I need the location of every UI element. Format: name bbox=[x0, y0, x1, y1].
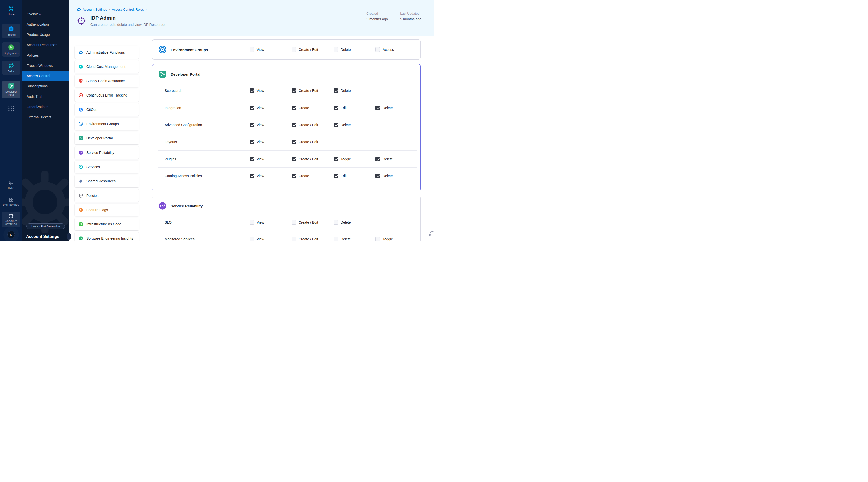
checkbox-create-edit[interactable] bbox=[291, 123, 296, 127]
checkbox-create-edit[interactable] bbox=[291, 157, 296, 161]
user-avatar[interactable]: D bbox=[7, 231, 15, 239]
checkbox-delete[interactable] bbox=[334, 237, 338, 241]
permission-plugins-create-edit[interactable]: Create / Edit bbox=[291, 157, 334, 161]
checkbox-view[interactable] bbox=[250, 237, 254, 241]
nav-account-settings[interactable]: ACCOUNT SETTINGS bbox=[2, 212, 20, 228]
permission-monitored-services-toggle[interactable]: Toggle bbox=[375, 237, 417, 241]
nav-dashboards[interactable]: DASHBOARDS bbox=[2, 195, 20, 208]
checkbox-create[interactable] bbox=[291, 106, 296, 110]
sidebar-item-audit-trail[interactable]: Audit Trail bbox=[22, 91, 69, 102]
permission-monitored-services-delete[interactable]: Delete bbox=[334, 237, 375, 241]
sidebar-item-authentication[interactable]: Authentication bbox=[22, 19, 69, 30]
checkbox-view[interactable] bbox=[250, 140, 254, 144]
resource-policies[interactable]: Policies bbox=[74, 189, 139, 202]
checkbox-toggle[interactable] bbox=[334, 157, 338, 161]
checkbox-delete[interactable] bbox=[334, 220, 338, 225]
permission-monitored-services-view[interactable]: View bbox=[250, 237, 291, 241]
checkbox-create-edit[interactable] bbox=[291, 88, 296, 93]
permission-catalog-access-policies-edit[interactable]: Edit bbox=[334, 174, 375, 178]
permission-layouts-view[interactable]: View bbox=[250, 140, 291, 144]
sidebar-item-product-usage[interactable]: Product Usage bbox=[22, 30, 69, 40]
permission-integration-delete[interactable]: Delete bbox=[375, 106, 417, 110]
permission-environment-groups-view[interactable]: View bbox=[250, 47, 291, 52]
permission-scorecards-delete[interactable]: Delete bbox=[334, 88, 375, 93]
sidebar-item-policies[interactable]: Policies bbox=[22, 50, 69, 61]
permission-advanced-configuration-create-edit[interactable]: Create / Edit bbox=[291, 123, 334, 127]
permission-plugins-toggle[interactable]: Toggle bbox=[334, 157, 375, 161]
checkbox-view[interactable] bbox=[250, 123, 254, 127]
resource-services[interactable]: Services bbox=[74, 160, 139, 173]
checkbox-delete[interactable] bbox=[334, 47, 338, 52]
nav-help[interactable]: HELP bbox=[2, 178, 20, 191]
nav-home[interactable]: Home bbox=[2, 3, 20, 18]
permission-catalog-access-policies-delete[interactable]: Delete bbox=[375, 174, 417, 178]
launch-first-generation-button[interactable]: Launch First Generation bbox=[26, 223, 65, 229]
sidebar-item-account-resources[interactable]: Account Resources bbox=[22, 40, 69, 50]
sidebar-collapse-button[interactable]: ‹ bbox=[67, 233, 71, 240]
permission-slo-view[interactable]: View bbox=[250, 220, 291, 225]
nav-modules[interactable] bbox=[2, 103, 20, 113]
resource-software-engineering-insights[interactable]: Software Engineering Insights bbox=[74, 232, 139, 241]
support-headset-icon[interactable] bbox=[429, 231, 434, 238]
permission-plugins-view[interactable]: View bbox=[250, 157, 291, 161]
nav-deployments[interactable]: Deployments bbox=[2, 42, 20, 57]
breadcrumb-account-settings[interactable]: Account Settings bbox=[83, 7, 107, 11]
nav-developer-portal[interactable]: Developer Portal bbox=[2, 81, 20, 98]
resource-gitops[interactable]: GitOps bbox=[74, 103, 139, 116]
checkbox-view[interactable] bbox=[250, 88, 254, 93]
resource-developer-portal[interactable]: Developer Portal bbox=[74, 132, 139, 145]
checkbox-create[interactable] bbox=[291, 174, 296, 178]
permission-integration-view[interactable]: View bbox=[250, 106, 291, 110]
checkbox-edit[interactable] bbox=[334, 106, 338, 110]
checkbox-delete[interactable] bbox=[375, 106, 380, 110]
checkbox-access[interactable] bbox=[375, 47, 380, 52]
checkbox-view[interactable] bbox=[250, 174, 254, 178]
permission-integration-create[interactable]: Create bbox=[291, 106, 334, 110]
permission-catalog-access-policies-view[interactable]: View bbox=[250, 174, 291, 178]
checkbox-view[interactable] bbox=[250, 157, 254, 161]
permission-slo-create-edit[interactable]: Create / Edit bbox=[291, 220, 334, 225]
checkbox-create-edit[interactable] bbox=[291, 47, 296, 52]
checkbox-create-edit[interactable] bbox=[291, 220, 296, 225]
resource-administrative-functions[interactable]: Administrative Functions bbox=[74, 46, 139, 59]
permission-scorecards-create-edit[interactable]: Create / Edit bbox=[291, 88, 334, 93]
resource-environment-groups[interactable]: Environment Groups bbox=[74, 118, 139, 130]
checkbox-create-edit[interactable] bbox=[291, 140, 296, 144]
permission-scorecards-view[interactable]: View bbox=[250, 88, 291, 93]
checkbox-delete[interactable] bbox=[334, 123, 338, 127]
permission-advanced-configuration-delete[interactable]: Delete bbox=[334, 123, 375, 127]
permission-layouts-create-edit[interactable]: Create / Edit bbox=[291, 140, 334, 144]
checkbox-view[interactable] bbox=[250, 47, 254, 52]
checkbox-delete[interactable] bbox=[334, 88, 338, 93]
sidebar-item-overview[interactable]: Overview bbox=[22, 9, 69, 19]
sidebar-item-access-control[interactable]: Access Control bbox=[22, 71, 69, 81]
permission-environment-groups-access[interactable]: Access bbox=[375, 47, 417, 52]
sidebar-item-external-tickets[interactable]: External Tickets bbox=[22, 112, 69, 122]
sidebar-item-freeze-windows[interactable]: Freeze Windows bbox=[22, 61, 69, 71]
permission-advanced-configuration-view[interactable]: View bbox=[250, 123, 291, 127]
permission-environment-groups-delete[interactable]: Delete bbox=[334, 47, 375, 52]
sidebar-item-subscriptions[interactable]: Subscriptions bbox=[22, 81, 69, 91]
nav-builds[interactable]: Builds bbox=[2, 61, 20, 75]
permission-integration-edit[interactable]: Edit bbox=[334, 106, 375, 110]
permission-plugins-delete[interactable]: Delete bbox=[375, 157, 417, 161]
resource-feature-flags[interactable]: Feature Flags bbox=[74, 204, 139, 216]
checkbox-delete[interactable] bbox=[375, 174, 380, 178]
checkbox-view[interactable] bbox=[250, 106, 254, 110]
permission-environment-groups-create-edit[interactable]: Create / Edit bbox=[291, 47, 334, 52]
resource-infrastructure-as-code[interactable]: Infrastructure as Code bbox=[74, 218, 139, 231]
sidebar-item-organizations[interactable]: Organizations bbox=[22, 102, 69, 112]
permission-slo-delete[interactable]: Delete bbox=[334, 220, 375, 225]
checkbox-delete[interactable] bbox=[375, 157, 380, 161]
resource-continuous-error-tracking[interactable]: Continuous Error Tracking bbox=[74, 89, 139, 101]
permission-monitored-services-create-edit[interactable]: Create / Edit bbox=[291, 237, 334, 241]
checkbox-edit[interactable] bbox=[334, 174, 338, 178]
checkbox-create-edit[interactable] bbox=[291, 237, 296, 241]
resource-cloud-cost-management[interactable]: $Cloud Cost Management bbox=[74, 60, 139, 73]
resource-supply-chain-assurance[interactable]: Supply Chain Assurance bbox=[74, 74, 139, 87]
breadcrumb-access-control-roles[interactable]: Access Control: Roles bbox=[112, 7, 144, 11]
checkbox-toggle[interactable] bbox=[375, 237, 380, 241]
nav-projects[interactable]: Projects bbox=[2, 24, 20, 38]
checkbox-view[interactable] bbox=[250, 220, 254, 225]
resource-service-reliability[interactable]: Service Reliability bbox=[74, 146, 139, 159]
